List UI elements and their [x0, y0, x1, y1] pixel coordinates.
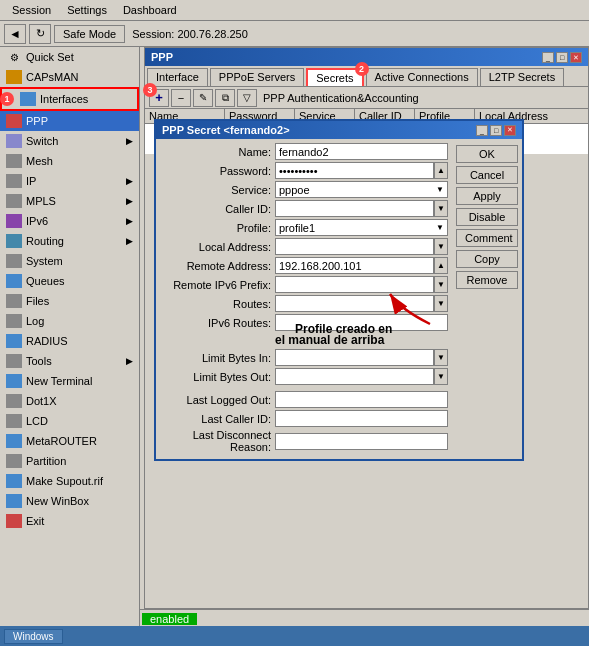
partition-label: Partition — [26, 455, 66, 467]
form-row-last-logged: Last Logged Out: — [160, 391, 448, 408]
local-address-input[interactable] — [275, 238, 434, 255]
sidebar-item-routing[interactable]: Routing ▶ — [0, 231, 139, 251]
edit-tool-button[interactable]: ✎ — [193, 89, 213, 107]
callerid-input[interactable] — [275, 200, 434, 217]
tab-interface[interactable]: Interface — [147, 68, 208, 86]
comment-button[interactable]: Comment — [456, 229, 518, 247]
menu-settings[interactable]: Settings — [59, 2, 115, 18]
back-button[interactable]: ◄ — [4, 24, 26, 44]
last-disconnect-input[interactable] — [275, 433, 448, 450]
mpls-arrow: ▶ — [126, 196, 133, 206]
quickset-icon: ⚙ — [6, 50, 22, 64]
sidebar-item-ipv6[interactable]: IPv6 ▶ — [0, 211, 139, 231]
limit-in-input[interactable] — [275, 349, 434, 366]
service-select[interactable]: pppoe ▼ — [275, 181, 448, 198]
last-logged-input[interactable] — [275, 391, 448, 408]
tools-arrow: ▶ — [126, 356, 133, 366]
ip-icon — [6, 174, 22, 188]
remote-ipv6-input[interactable] — [275, 276, 434, 293]
session-label: Session: 200.76.28.250 — [132, 28, 248, 40]
password-scroll-up[interactable]: ▲ — [434, 162, 448, 179]
sidebar-item-capsman[interactable]: CAPsMAN — [0, 67, 139, 87]
ok-button[interactable]: OK — [456, 145, 518, 163]
sidebar-item-system[interactable]: System — [0, 251, 139, 271]
exit-icon — [6, 514, 22, 528]
ppp-minimize-button[interactable]: _ — [542, 52, 554, 63]
profile-select[interactable]: profile1 ▼ — [275, 219, 448, 236]
apply-button[interactable]: Apply — [456, 187, 518, 205]
ipv6-routes-input[interactable] — [275, 314, 448, 331]
profile-label: Profile: — [160, 222, 275, 234]
tab-l2tp-secrets[interactable]: L2TP Secrets — [480, 68, 564, 86]
ppp-title: PPP — [151, 51, 173, 63]
secret-minimize-button[interactable]: _ — [476, 125, 488, 136]
secret-maximize-button[interactable]: □ — [490, 125, 502, 136]
sidebar-item-queues[interactable]: Queues — [0, 271, 139, 291]
sidebar-item-log[interactable]: Log — [0, 311, 139, 331]
sidebar-item-lcd[interactable]: LCD — [0, 411, 139, 431]
filter-tool-button[interactable]: ▽ — [237, 89, 257, 107]
sidebar-item-mesh[interactable]: Mesh — [0, 151, 139, 171]
tab-active-connections[interactable]: Active Connections — [366, 68, 478, 86]
sidebar-item-dot1x[interactable]: Dot1X — [0, 391, 139, 411]
password-input[interactable] — [275, 162, 434, 179]
name-input[interactable] — [275, 143, 448, 160]
routes-dropdown[interactable]: ▼ — [434, 295, 448, 312]
tab-secrets[interactable]: Secrets 2 — [306, 68, 363, 86]
sidebar-item-quickset[interactable]: ⚙ Quick Set — [0, 47, 139, 67]
sidebar-item-files[interactable]: Files — [0, 291, 139, 311]
sidebar-item-newwinbox[interactable]: New WinBox — [0, 491, 139, 511]
copy-button[interactable]: Copy — [456, 250, 518, 268]
remote-ipv6-dropdown[interactable]: ▼ — [434, 276, 448, 293]
sidebar-item-partition[interactable]: Partition — [0, 451, 139, 471]
secret-close-button[interactable]: ✕ — [504, 125, 516, 136]
newwinbox-label: New WinBox — [26, 495, 89, 507]
limit-in-dropdown[interactable]: ▼ — [434, 349, 448, 366]
sidebar-item-newterminal[interactable]: New Terminal — [0, 371, 139, 391]
last-callerid-label: Last Caller ID: — [160, 413, 275, 425]
sidebar-item-metarouter[interactable]: MetaROUTER — [0, 431, 139, 451]
local-address-dropdown[interactable]: ▼ — [434, 238, 448, 255]
tab-pppoe-servers[interactable]: PPPoE Servers — [210, 68, 304, 86]
queues-label: Queues — [26, 275, 65, 287]
remove-tool-button[interactable]: − — [171, 89, 191, 107]
ipv6-icon — [6, 214, 22, 228]
safemode-button[interactable]: Safe Mode — [54, 25, 125, 43]
sidebar-item-ppp[interactable]: PPP — [0, 111, 139, 131]
ppp-close-button[interactable]: ✕ — [570, 52, 582, 63]
callerid-label: Caller ID: — [160, 203, 275, 215]
sidebar-item-tools[interactable]: Tools ▶ — [0, 351, 139, 371]
limit-out-dropdown[interactable]: ▼ — [434, 368, 448, 385]
form-row-last-callerid: Last Caller ID: — [160, 410, 448, 427]
newterminal-label: New Terminal — [26, 375, 92, 387]
remove-button[interactable]: Remove — [456, 271, 518, 289]
menu-dashboard[interactable]: Dashboard — [115, 2, 185, 18]
secret-dialog: PPP Secret <fernando2> _ □ ✕ Name: — [154, 119, 524, 461]
sidebar-item-ip[interactable]: IP ▶ — [0, 171, 139, 191]
copy-tool-button[interactable]: ⧉ — [215, 89, 235, 107]
sidebar-item-radius[interactable]: RADIUS — [0, 331, 139, 351]
menu-session[interactable]: Session — [4, 2, 59, 18]
routes-input[interactable] — [275, 295, 434, 312]
limit-out-input[interactable] — [275, 368, 434, 385]
remote-address-scroll-up[interactable]: ▲ — [434, 257, 448, 274]
form-row-limit-out: Limit Bytes Out: ▼ — [160, 368, 448, 385]
refresh-button[interactable]: ↻ — [29, 24, 51, 44]
ppp-maximize-button[interactable]: □ — [556, 52, 568, 63]
sidebar-item-mpls[interactable]: MPLS ▶ — [0, 191, 139, 211]
taskbar-windows-button[interactable]: Windows — [4, 629, 63, 644]
remote-address-input[interactable] — [275, 257, 434, 274]
cancel-button[interactable]: Cancel — [456, 166, 518, 184]
callerid-scroll-down[interactable]: ▼ — [434, 200, 448, 217]
form-row-profile: Profile: profile1 ▼ — [160, 219, 448, 236]
sidebar-item-exit[interactable]: Exit — [0, 511, 139, 531]
sidebar-item-makesupout[interactable]: Make Supout.rif — [0, 471, 139, 491]
last-callerid-input[interactable] — [275, 410, 448, 427]
ipv6-label: IPv6 — [26, 215, 48, 227]
disable-button[interactable]: Disable — [456, 208, 518, 226]
sidebar-item-switch[interactable]: Switch ▶ — [0, 131, 139, 151]
ppp-label: PPP — [26, 115, 48, 127]
sidebar-item-interfaces[interactable]: 1 Interfaces — [0, 87, 139, 111]
lcd-icon — [6, 414, 22, 428]
ip-arrow: ▶ — [126, 176, 133, 186]
